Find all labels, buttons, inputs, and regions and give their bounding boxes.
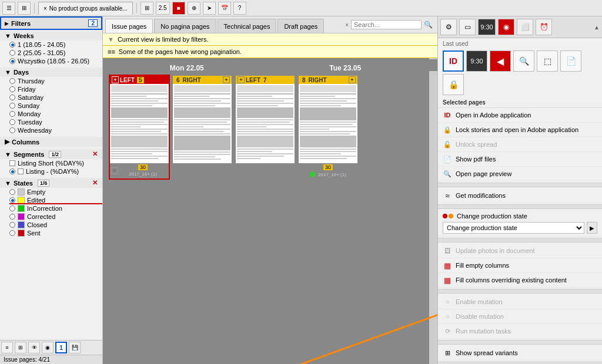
page-5-add[interactable]: + (112, 76, 119, 83)
right-tool-settings[interactable]: ⚙ (440, 19, 457, 35)
state-radio-0[interactable] (9, 189, 15, 195)
day-radio-2[interactable] (9, 95, 15, 100)
segment-item-1[interactable]: Listing - (%DAY%) (0, 167, 102, 176)
week-item-2[interactable]: Wszystko (18.05 - 26.05) (0, 57, 102, 65)
big-tool-timer[interactable]: 9:30 (466, 50, 487, 72)
segment-radio-1[interactable] (9, 168, 15, 174)
toolbar-grid-btn[interactable]: ⊞ (18, 2, 31, 15)
state-item-1[interactable]: Edited (0, 196, 102, 204)
page-6-thumb[interactable] (173, 84, 232, 163)
state-radio-4[interactable] (9, 222, 15, 228)
weeks-section-title[interactable]: ▼ Weeks (0, 31, 102, 41)
big-tool-export[interactable]: ⬚ (537, 50, 558, 72)
state-radio-1[interactable] (9, 197, 15, 203)
page-item-6[interactable]: 6 RIGHT + (172, 75, 233, 180)
search-close-icon[interactable]: × (345, 22, 349, 28)
action-change-production[interactable]: Change production state Change productio… (438, 210, 602, 237)
action-enable-mutation[interactable]: ○ Enable mutation (438, 295, 602, 309)
big-tool-id[interactable]: ID (443, 50, 464, 72)
state-radio-5[interactable] (9, 230, 15, 236)
right-panel-scroll[interactable]: ID Open in Adobe application 🔒 Lock stor… (438, 108, 602, 364)
segments-section-title[interactable]: ▼ Segments 1/2 ✕ (0, 149, 102, 159)
scrollbar[interactable] (429, 58, 437, 364)
search-icon[interactable]: 🔍 (424, 21, 433, 29)
sidebar-view-btn-1[interactable]: ≡ (1, 342, 13, 353)
production-apply-btn[interactable]: ▶ (587, 222, 597, 234)
toolbar-calendar-btn[interactable]: 📅 (218, 2, 231, 15)
toolbar-number-btn[interactable]: 2.5 (156, 2, 170, 15)
action-get-modifications[interactable]: ≈ Get modifications (438, 188, 602, 203)
state-item-5[interactable]: Sent (0, 229, 102, 237)
right-tool-circle[interactable]: ◉ (498, 19, 514, 35)
state-radio-3[interactable] (9, 214, 15, 220)
week-radio-1[interactable] (9, 50, 15, 56)
week-radio-2[interactable] (9, 58, 15, 64)
action-open-preview[interactable]: 🔍 Open page preview (438, 167, 602, 181)
state-item-2[interactable]: InCorrection (0, 204, 102, 213)
toolbar-tab-main[interactable]: × No product groups available... (38, 2, 133, 15)
right-tool-layout[interactable]: ▭ (459, 19, 476, 35)
tab-draft-pages[interactable]: Draft pages (277, 19, 324, 33)
page-6-add[interactable]: + (223, 76, 230, 83)
toolbar-red-btn[interactable]: ■ (172, 2, 185, 15)
segment-check-0[interactable] (9, 160, 15, 166)
state-item-4[interactable]: Closed (0, 221, 102, 229)
sidebar-view-btn-4[interactable]: ◉ (42, 342, 53, 353)
page-7-thumb[interactable] (236, 84, 295, 163)
tab-nopagina-pages[interactable]: No pagina pages (154, 19, 216, 33)
day-radio-5[interactable] (9, 119, 15, 125)
segment-check-1[interactable] (18, 168, 24, 174)
state-item-3[interactable]: Corrected (0, 213, 102, 221)
day-radio-4[interactable] (9, 111, 15, 117)
action-lock-stories[interactable]: 🔒 Lock stories and open in Adobe applica… (438, 123, 602, 137)
action-disable-mutation[interactable]: ○ Disable mutation (438, 309, 602, 324)
toolbar-menu-btn[interactable]: ☰ (2, 2, 15, 15)
day-radio-0[interactable] (9, 78, 15, 84)
scrollbar-thumb[interactable] (429, 59, 437, 71)
toolbar-table-btn[interactable]: ⊞ (141, 2, 153, 15)
page-7-add-left[interactable]: + (238, 76, 245, 83)
tab-issue-pages[interactable]: Issue pages (105, 19, 153, 33)
state-item-0[interactable]: Empty (0, 188, 102, 196)
day-item-0[interactable]: Thursday (0, 77, 102, 85)
action-show-spread[interactable]: ⊞ Show spread variants (438, 346, 602, 360)
days-section-title[interactable]: ▼ Days (0, 68, 102, 77)
tab-technical-pages[interactable]: Technical pages (218, 19, 277, 33)
tab-close-icon[interactable]: × (44, 5, 47, 12)
right-tool-alarm[interactable]: ⏰ (536, 19, 552, 35)
action-unlock-spread[interactable]: 🔓 Unlock spread (438, 137, 602, 152)
pages-area[interactable]: Mon 22.05 Tue 23.05 + LEFT 5 (103, 58, 437, 364)
week-item-1[interactable]: 2 (25.05 - 31.05) (0, 49, 102, 57)
sidebar-save-btn[interactable]: 💾 (69, 342, 81, 353)
production-state-select[interactable]: Change production state (443, 222, 584, 234)
toolbar-help-btn[interactable]: ? (233, 2, 246, 15)
action-show-pdf[interactable]: 📄 Show pdf files (438, 152, 602, 167)
action-open-adobe[interactable]: ID Open in Adobe application (438, 108, 602, 123)
toolbar-arrow-btn[interactable]: ➤ (203, 2, 216, 15)
search-input[interactable] (351, 20, 422, 29)
day-item-2[interactable]: Saturday (0, 93, 102, 102)
page-5-bottom-add[interactable]: + (111, 167, 118, 174)
day-item-6[interactable]: Wednesday (0, 126, 102, 134)
page-item-7[interactable]: + LEFT 7 (235, 75, 296, 180)
action-fill-empty[interactable]: ▦ Fill empty columns (438, 258, 602, 273)
day-radio-3[interactable] (9, 103, 15, 109)
sidebar-view-btn-3[interactable]: 👁 (28, 342, 40, 353)
action-run-mutation[interactable]: ⟳ Run mutation tasks (438, 324, 602, 339)
filter-expand-icon[interactable]: ▶ (5, 21, 9, 26)
big-tool-search[interactable]: 🔍 (513, 50, 534, 72)
state-radio-2[interactable] (9, 205, 15, 211)
big-tool-pdf[interactable]: 📄 (560, 50, 581, 72)
toolbar-target-btn[interactable]: ⊕ (188, 2, 200, 15)
page-5-thumb[interactable] (110, 84, 169, 163)
week-item-0[interactable]: 1 (18.05 - 24.05) (0, 41, 102, 49)
big-tool-lock[interactable]: 🔒 (443, 74, 464, 95)
day-item-1[interactable]: Friday (0, 85, 102, 93)
states-clear-icon[interactable]: ✕ (92, 179, 98, 187)
right-panel-collapse-btn[interactable]: ▲ (594, 24, 600, 31)
segment-item-0[interactable]: Listing Short (%DAY%) (0, 159, 102, 167)
page-5-add-btn-area[interactable]: + (111, 167, 118, 174)
action-fill-override[interactable]: ▦ Fill columns overriding existing conte… (438, 273, 602, 288)
big-tool-red-circle[interactable]: ◀ (490, 50, 511, 72)
page-8-add[interactable]: + (349, 76, 356, 83)
